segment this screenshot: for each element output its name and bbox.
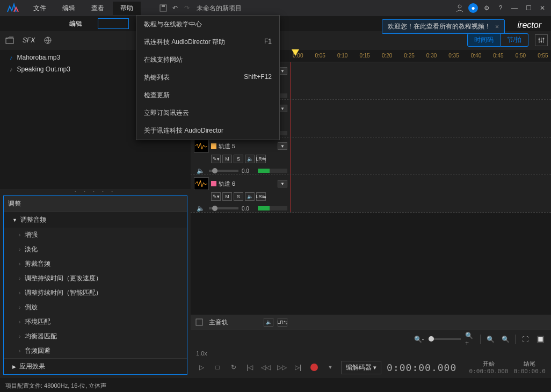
volume-slider[interactable] (209, 207, 238, 209)
menu-edit[interactable]: 编辑 (55, 2, 83, 15)
mute-button[interactable]: M (222, 192, 232, 201)
mixer-button[interactable] (535, 34, 548, 46)
help-audiodirector[interactable]: 讯连科技 AudioDirector 帮助F1 (136, 33, 279, 51)
maximize-icon[interactable]: ☐ (523, 3, 534, 13)
volume-slider[interactable] (209, 170, 238, 172)
master-speaker[interactable]: 🔈 (264, 318, 273, 326)
solo-button[interactable]: S (234, 192, 243, 201)
chevron-right-icon: › (19, 261, 20, 267)
adjust-duration-smart[interactable]: ›调整持续时间（智能匹配） (4, 286, 187, 300)
zoom-bar: 🔍- 🔍+ 🔍 🔍 ⛶ 🔲 (191, 330, 551, 348)
svg-point-10 (541, 40, 542, 42)
notification-icon[interactable]: ● (468, 3, 478, 13)
adjust-fade[interactable]: ›淡化 (4, 242, 187, 257)
zoom-select-icon[interactable]: 🔲 (535, 334, 546, 345)
track-color[interactable] (211, 143, 216, 149)
pill-timecode[interactable]: 时间码 (467, 33, 501, 47)
record-options[interactable]: ▼ (325, 362, 336, 373)
stop-button[interactable]: □ (212, 362, 223, 373)
menu-view[interactable]: 查看 (84, 2, 112, 15)
adjust-ducking[interactable]: ›音频回避 (4, 344, 187, 358)
menu-help[interactable]: 帮助 (113, 2, 141, 15)
zoom-h-out-icon[interactable]: 🔍 (485, 334, 496, 345)
track-name[interactable]: 轨道 5 (219, 142, 276, 150)
chevron-right-icon: › (19, 232, 20, 238)
track-dropdown[interactable]: ▼ (278, 180, 287, 187)
help-hotkeys[interactable]: 热键列表Shift+F12 (136, 69, 279, 86)
pen-icon[interactable]: ✎▾ (211, 155, 221, 163)
timecode: 0:00:00.000 (387, 362, 456, 373)
globe-icon[interactable] (42, 35, 53, 46)
help-update[interactable]: 检查更新 (136, 86, 279, 104)
tooltip-text: 欢迎您！在此查看所有的教程视频！ (388, 22, 491, 31)
chevron-right-icon: › (19, 319, 20, 325)
rewind-start-button[interactable]: |◁ (244, 362, 255, 373)
pill-beats[interactable]: 节/拍 (501, 33, 528, 47)
project-title: 未命名的新项目 (197, 4, 242, 13)
rewind-button[interactable]: ◁◁ (260, 362, 271, 373)
loop-button[interactable]: ↻ (228, 362, 239, 373)
track-body[interactable] (291, 137, 551, 175)
chevron-down-icon: ▼ (12, 217, 17, 223)
chevron-right-icon: › (19, 275, 20, 281)
help-about[interactable]: 关于讯连科技 AudioDirector (136, 122, 279, 140)
track-body[interactable] (291, 62, 551, 99)
master-lr[interactable]: LR⇋ (278, 318, 287, 326)
lr-button[interactable]: LR⇋ (256, 192, 266, 201)
help-tutorials[interactable]: 教程与在线教学中心 (136, 16, 279, 33)
zoom-h-in-icon[interactable]: 🔍 (500, 334, 511, 345)
help-icon[interactable]: ? (495, 3, 506, 13)
import-icon[interactable] (4, 35, 15, 46)
forward-end-button[interactable]: ▷| (293, 362, 303, 373)
fit-icon[interactable]: ⛶ (520, 334, 531, 345)
tab-empty[interactable] (98, 18, 129, 29)
svg-rect-3 (6, 38, 13, 43)
resize-grip[interactable]: • • • • • (0, 189, 191, 192)
solo-button[interactable]: S (234, 155, 243, 163)
adjust-ambience[interactable]: ›环境匹配 (4, 315, 187, 329)
adjust-trim[interactable]: ›剪裁音频 (4, 257, 187, 271)
track-color[interactable] (211, 181, 216, 186)
track-dropdown[interactable]: ▼ (278, 142, 287, 150)
forward-button[interactable]: ▷▷ (277, 362, 287, 373)
save-icon[interactable] (158, 3, 169, 13)
undo-icon[interactable]: ↶ (170, 3, 180, 13)
adjust-reverse[interactable]: ›倒放 (4, 300, 187, 315)
user-icon[interactable] (454, 3, 465, 13)
adjust-audio-section[interactable]: ▼调整音频 (4, 212, 187, 228)
master-icon (194, 317, 205, 328)
menu-file[interactable]: 文件 (26, 2, 54, 15)
speaker-icon[interactable]: 🔈 (245, 155, 255, 163)
mute-button[interactable]: M (222, 155, 232, 163)
svg-point-11 (543, 38, 545, 39)
close-icon[interactable]: ✕ (537, 3, 548, 13)
tab-edit[interactable]: 编辑 (54, 17, 98, 31)
tooltip-close[interactable]: × (495, 23, 499, 31)
redo-icon[interactable]: ↷ (182, 3, 192, 13)
adjust-duration-speed[interactable]: ›调整持续时间（更改速度） (4, 271, 187, 286)
track-body[interactable] (291, 100, 551, 137)
track-name[interactable]: 轨道 6 (219, 180, 276, 188)
speaker-icon[interactable]: 🔈 (245, 192, 255, 201)
zoom-slider[interactable] (429, 338, 461, 340)
zoom-in-icon[interactable]: 🔍+ (465, 334, 476, 345)
play-button[interactable]: ▷ (196, 362, 207, 373)
sfx-label[interactable]: SFX (23, 37, 35, 44)
apply-effects-section[interactable]: ▶应用效果 (4, 358, 187, 374)
track-row: 轨道 6 ▼ ✎▾ M S 🔈 LR⇋ 🔈 0.0 (191, 175, 551, 213)
pen-icon[interactable]: ✎▾ (211, 192, 221, 201)
zoom-out-icon[interactable]: 🔍- (414, 334, 424, 345)
track-body[interactable] (291, 175, 551, 212)
record-button[interactable] (309, 362, 320, 373)
codec-selector[interactable]: 编解码器 ▾ (341, 361, 381, 374)
volume-icon: 🔈 (195, 203, 206, 214)
adjust-eq-match[interactable]: ›均衡器匹配 (4, 329, 187, 344)
help-support[interactable]: 在线支持网站 (136, 51, 279, 69)
minimize-icon[interactable]: — (509, 3, 520, 13)
help-subscribe[interactable]: 立即订阅讯连云 (136, 104, 279, 122)
adjust-enhance[interactable]: ›增强 (4, 228, 187, 242)
level-meter (258, 206, 287, 210)
settings-icon[interactable]: ⚙ (481, 3, 492, 13)
help-dropdown: 教程与在线教学中心 讯连科技 AudioDirector 帮助F1 在线支持网站… (136, 15, 280, 140)
lr-button[interactable]: LR⇋ (256, 155, 266, 163)
